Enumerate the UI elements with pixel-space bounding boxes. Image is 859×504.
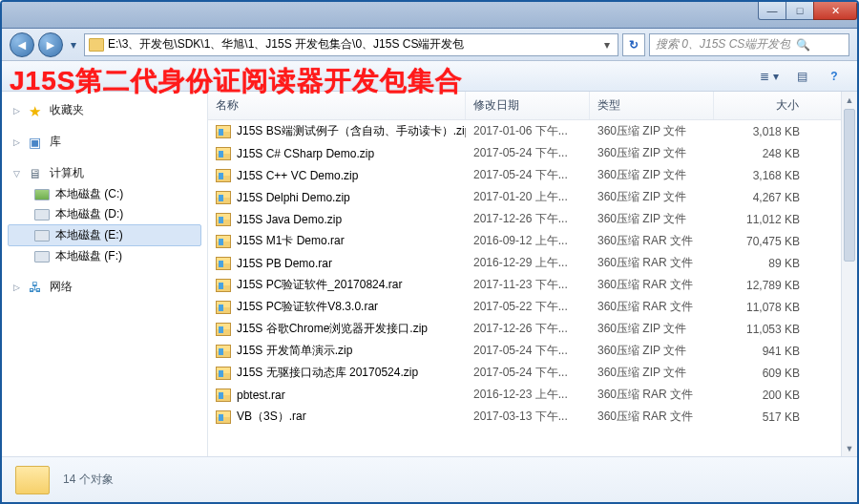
- scrollbar-vertical[interactable]: ▲ ▼: [841, 92, 857, 456]
- col-type[interactable]: 类型: [590, 92, 714, 119]
- drive-label: 本地磁盘 (F:): [55, 248, 122, 264]
- scroll-thumb[interactable]: [844, 109, 855, 262]
- drive-item[interactable]: 本地磁盘 (F:): [8, 246, 207, 266]
- file-name: J15S M1卡 Demo.rar: [237, 233, 345, 249]
- expand-icon: ▷: [13, 106, 23, 116]
- forward-button[interactable]: ►: [38, 32, 63, 57]
- file-type: 360压缩 ZIP 文件: [590, 121, 714, 141]
- search-box[interactable]: 搜索 0、J15S CS端开发包 🔍: [649, 33, 849, 56]
- file-row[interactable]: J15S Java Demo.zip2017-12-26 下午...360压缩 …: [208, 208, 857, 230]
- file-size: 89 KB: [714, 255, 857, 272]
- archive-icon: [216, 388, 231, 402]
- maximize-button[interactable]: □: [786, 2, 814, 20]
- archive-icon: [216, 345, 231, 358]
- drive-item[interactable]: 本地磁盘 (E:): [8, 224, 201, 246]
- nav-computer[interactable]: ▽ 🖥 计算机: [8, 162, 207, 184]
- col-size[interactable]: 大小: [714, 92, 857, 119]
- file-name: VB（3S）.rar: [237, 409, 306, 425]
- file-row[interactable]: J15S Delphi Demo.zip2017-01-20 上午...360压…: [208, 186, 857, 208]
- preview-pane-button[interactable]: ▤: [788, 66, 815, 87]
- file-type: 360压缩 ZIP 文件: [590, 165, 714, 185]
- file-row[interactable]: J15S PB Demo.rar2016-12-29 上午...360压缩 RA…: [208, 252, 857, 274]
- archive-icon: [216, 191, 231, 204]
- scroll-down-icon[interactable]: ▼: [842, 440, 857, 456]
- drive-label: 本地磁盘 (D:): [55, 206, 123, 222]
- file-row[interactable]: J15S 谷歌Chrome浏览器开发接口.zip2017-12-26 下午...…: [208, 318, 857, 340]
- file-row[interactable]: J15S 开发简单演示.zip2017-05-24 下午...360压缩 ZIP…: [208, 340, 857, 362]
- chevron-down-icon[interactable]: ▾: [600, 38, 614, 52]
- file-type: 360压缩 ZIP 文件: [590, 319, 714, 339]
- file-date: 2016-12-29 上午...: [466, 253, 590, 273]
- file-name: J15S C++ VC Demo.zip: [237, 169, 358, 182]
- file-date: 2017-12-26 下午...: [466, 209, 590, 229]
- file-row[interactable]: J15S C# CSharp Demo.zip2017-05-24 下午...3…: [208, 142, 857, 164]
- file-date: 2017-05-24 下午...: [466, 165, 590, 185]
- history-dropdown[interactable]: ▾: [67, 36, 80, 53]
- file-name: J15S C# CSharp Demo.zip: [237, 147, 374, 160]
- file-type: 360压缩 ZIP 文件: [590, 187, 714, 207]
- details-pane: 14 个对象: [2, 456, 857, 502]
- file-size: 248 KB: [714, 145, 857, 162]
- file-size: 11,053 KB: [714, 321, 857, 338]
- file-size: 3,018 KB: [714, 123, 857, 140]
- path-input[interactable]: [108, 38, 597, 52]
- drive-icon: [34, 251, 50, 262]
- drive-icon: [34, 189, 50, 200]
- nav-network[interactable]: ▷ 🖧 网络: [8, 276, 207, 298]
- nav-favorites[interactable]: ▷ ★ 收藏夹: [8, 99, 207, 121]
- archive-icon: [216, 301, 231, 314]
- close-button[interactable]: ✕: [813, 2, 857, 20]
- file-size: 3,168 KB: [714, 167, 857, 184]
- help-button[interactable]: ?: [821, 66, 848, 87]
- computer-icon: 🖥: [29, 166, 44, 181]
- file-name: J15S PC验证软件V8.3.0.rar: [237, 299, 378, 315]
- archive-icon: [216, 367, 231, 380]
- search-placeholder: 搜索 0、J15S CS端开发包: [656, 36, 790, 52]
- file-row[interactable]: J15S BS端测试例子（含自动、手动读卡）.zip2017-01-06 下午.…: [208, 120, 857, 142]
- network-icon: 🖧: [29, 280, 44, 295]
- file-type: 360压缩 ZIP 文件: [590, 209, 714, 229]
- col-date[interactable]: 修改日期: [466, 92, 590, 119]
- file-row[interactable]: J15S PC验证软件_20170824.rar2017-11-23 下午...…: [208, 274, 857, 296]
- file-row[interactable]: J15S C++ VC Demo.zip2017-05-24 下午...360压…: [208, 164, 857, 186]
- archive-icon: [216, 410, 231, 424]
- file-size: 11,078 KB: [714, 299, 857, 316]
- file-type: 360压缩 RAR 文件: [590, 385, 714, 405]
- scroll-up-icon[interactable]: ▲: [842, 92, 857, 108]
- nav-favorites-label: 收藏夹: [50, 102, 84, 118]
- archive-icon: [216, 125, 231, 138]
- file-name: J15S PB Demo.rar: [237, 257, 332, 270]
- drive-item[interactable]: 本地磁盘 (D:): [8, 204, 207, 224]
- item-count: 14 个对象: [63, 472, 114, 488]
- file-name: J15S 无驱接口动态库 20170524.zip: [237, 365, 418, 381]
- nav-libraries-label: 库: [50, 134, 61, 150]
- file-name: pbtest.rar: [237, 388, 285, 402]
- drive-icon: [34, 209, 50, 220]
- library-icon: ▣: [29, 135, 44, 150]
- file-date: 2016-12-23 上午...: [466, 385, 590, 405]
- star-icon: ★: [29, 103, 44, 118]
- file-row[interactable]: J15S 无驱接口动态库 20170524.zip2017-05-24 下午..…: [208, 362, 857, 384]
- file-row[interactable]: J15S PC验证软件V8.3.0.rar2017-05-22 下午...360…: [208, 296, 857, 318]
- file-name: J15S 开发简单演示.zip: [237, 343, 352, 359]
- file-type: 360压缩 RAR 文件: [590, 253, 714, 273]
- file-date: 2017-03-13 下午...: [466, 407, 590, 427]
- minimize-button[interactable]: —: [758, 2, 786, 20]
- file-size: 941 KB: [714, 343, 857, 360]
- archive-icon: [216, 213, 231, 226]
- refresh-button[interactable]: ↻: [622, 33, 645, 56]
- path-box[interactable]: ▾: [84, 33, 618, 56]
- drive-item[interactable]: 本地磁盘 (C:): [8, 184, 207, 204]
- view-options-button[interactable]: ≣ ▾: [756, 66, 783, 87]
- file-row[interactable]: VB（3S）.rar2017-03-13 下午...360压缩 RAR 文件51…: [208, 406, 857, 428]
- file-row[interactable]: J15S M1卡 Demo.rar2016-09-12 上午...360压缩 R…: [208, 230, 857, 252]
- nav-computer-label: 计算机: [50, 165, 84, 181]
- file-date: 2017-01-06 下午...: [466, 121, 590, 141]
- back-button[interactable]: ◄: [10, 32, 34, 57]
- file-size: 11,012 KB: [714, 211, 857, 228]
- nav-network-label: 网络: [50, 279, 73, 295]
- file-date: 2017-05-24 下午...: [466, 341, 590, 361]
- nav-libraries[interactable]: ▷ ▣ 库: [8, 131, 207, 153]
- file-row[interactable]: pbtest.rar2016-12-23 上午...360压缩 RAR 文件20…: [208, 384, 857, 406]
- file-date: 2017-05-22 下午...: [466, 297, 590, 317]
